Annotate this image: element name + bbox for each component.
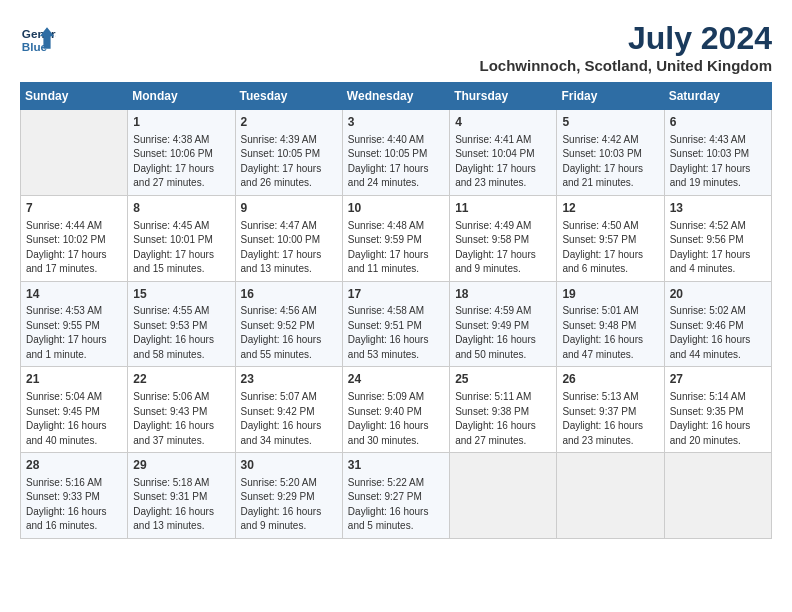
- calendar-cell: 8Sunrise: 4:45 AM Sunset: 10:01 PM Dayli…: [128, 195, 235, 281]
- week-row-4: 21Sunrise: 5:04 AM Sunset: 9:45 PM Dayli…: [21, 367, 772, 453]
- day-number: 29: [133, 457, 229, 474]
- calendar-table: SundayMondayTuesdayWednesdayThursdayFrid…: [20, 82, 772, 539]
- day-content: Sunrise: 4:45 AM Sunset: 10:01 PM Daylig…: [133, 219, 229, 277]
- calendar-cell: 7Sunrise: 4:44 AM Sunset: 10:02 PM Dayli…: [21, 195, 128, 281]
- calendar-cell: [450, 453, 557, 539]
- day-content: Sunrise: 5:13 AM Sunset: 9:37 PM Dayligh…: [562, 390, 658, 448]
- calendar-cell: 28Sunrise: 5:16 AM Sunset: 9:33 PM Dayli…: [21, 453, 128, 539]
- calendar-cell: 5Sunrise: 4:42 AM Sunset: 10:03 PM Dayli…: [557, 110, 664, 196]
- day-number: 24: [348, 371, 444, 388]
- day-content: Sunrise: 5:18 AM Sunset: 9:31 PM Dayligh…: [133, 476, 229, 534]
- day-content: Sunrise: 5:04 AM Sunset: 9:45 PM Dayligh…: [26, 390, 122, 448]
- day-number: 8: [133, 200, 229, 217]
- day-content: Sunrise: 4:42 AM Sunset: 10:03 PM Daylig…: [562, 133, 658, 191]
- col-header-friday: Friday: [557, 83, 664, 110]
- day-content: Sunrise: 4:49 AM Sunset: 9:58 PM Dayligh…: [455, 219, 551, 277]
- week-row-3: 14Sunrise: 4:53 AM Sunset: 9:55 PM Dayli…: [21, 281, 772, 367]
- day-number: 2: [241, 114, 337, 131]
- day-number: 27: [670, 371, 766, 388]
- calendar-cell: 14Sunrise: 4:53 AM Sunset: 9:55 PM Dayli…: [21, 281, 128, 367]
- calendar-cell: 31Sunrise: 5:22 AM Sunset: 9:27 PM Dayli…: [342, 453, 449, 539]
- day-content: Sunrise: 4:58 AM Sunset: 9:51 PM Dayligh…: [348, 304, 444, 362]
- day-content: Sunrise: 5:01 AM Sunset: 9:48 PM Dayligh…: [562, 304, 658, 362]
- calendar-cell: 30Sunrise: 5:20 AM Sunset: 9:29 PM Dayli…: [235, 453, 342, 539]
- day-content: Sunrise: 4:52 AM Sunset: 9:56 PM Dayligh…: [670, 219, 766, 277]
- day-content: Sunrise: 5:09 AM Sunset: 9:40 PM Dayligh…: [348, 390, 444, 448]
- title-block: July 2024 Lochwinnoch, Scotland, United …: [480, 20, 773, 74]
- calendar-cell: [664, 453, 771, 539]
- calendar-cell: 23Sunrise: 5:07 AM Sunset: 9:42 PM Dayli…: [235, 367, 342, 453]
- calendar-header-row: SundayMondayTuesdayWednesdayThursdayFrid…: [21, 83, 772, 110]
- day-number: 3: [348, 114, 444, 131]
- logo-icon: General Blue: [20, 20, 56, 56]
- day-content: Sunrise: 4:44 AM Sunset: 10:02 PM Daylig…: [26, 219, 122, 277]
- day-number: 17: [348, 286, 444, 303]
- day-number: 4: [455, 114, 551, 131]
- day-content: Sunrise: 5:14 AM Sunset: 9:35 PM Dayligh…: [670, 390, 766, 448]
- calendar-cell: 18Sunrise: 4:59 AM Sunset: 9:49 PM Dayli…: [450, 281, 557, 367]
- calendar-cell: 9Sunrise: 4:47 AM Sunset: 10:00 PM Dayli…: [235, 195, 342, 281]
- day-number: 15: [133, 286, 229, 303]
- day-content: Sunrise: 5:20 AM Sunset: 9:29 PM Dayligh…: [241, 476, 337, 534]
- calendar-cell: 2Sunrise: 4:39 AM Sunset: 10:05 PM Dayli…: [235, 110, 342, 196]
- day-content: Sunrise: 5:02 AM Sunset: 9:46 PM Dayligh…: [670, 304, 766, 362]
- calendar-cell: 13Sunrise: 4:52 AM Sunset: 9:56 PM Dayli…: [664, 195, 771, 281]
- calendar-cell: [557, 453, 664, 539]
- day-content: Sunrise: 4:41 AM Sunset: 10:04 PM Daylig…: [455, 133, 551, 191]
- day-content: Sunrise: 4:47 AM Sunset: 10:00 PM Daylig…: [241, 219, 337, 277]
- calendar-cell: 29Sunrise: 5:18 AM Sunset: 9:31 PM Dayli…: [128, 453, 235, 539]
- calendar-cell: 6Sunrise: 4:43 AM Sunset: 10:03 PM Dayli…: [664, 110, 771, 196]
- day-number: 23: [241, 371, 337, 388]
- calendar-cell: 25Sunrise: 5:11 AM Sunset: 9:38 PM Dayli…: [450, 367, 557, 453]
- col-header-wednesday: Wednesday: [342, 83, 449, 110]
- logo: General Blue: [20, 20, 60, 56]
- day-content: Sunrise: 5:06 AM Sunset: 9:43 PM Dayligh…: [133, 390, 229, 448]
- calendar-cell: 3Sunrise: 4:40 AM Sunset: 10:05 PM Dayli…: [342, 110, 449, 196]
- day-content: Sunrise: 5:22 AM Sunset: 9:27 PM Dayligh…: [348, 476, 444, 534]
- day-number: 26: [562, 371, 658, 388]
- day-number: 19: [562, 286, 658, 303]
- day-number: 22: [133, 371, 229, 388]
- calendar-cell: 4Sunrise: 4:41 AM Sunset: 10:04 PM Dayli…: [450, 110, 557, 196]
- calendar-cell: 22Sunrise: 5:06 AM Sunset: 9:43 PM Dayli…: [128, 367, 235, 453]
- day-number: 5: [562, 114, 658, 131]
- calendar-cell: 15Sunrise: 4:55 AM Sunset: 9:53 PM Dayli…: [128, 281, 235, 367]
- calendar-cell: 1Sunrise: 4:38 AM Sunset: 10:06 PM Dayli…: [128, 110, 235, 196]
- day-content: Sunrise: 4:48 AM Sunset: 9:59 PM Dayligh…: [348, 219, 444, 277]
- col-header-sunday: Sunday: [21, 83, 128, 110]
- calendar-cell: 27Sunrise: 5:14 AM Sunset: 9:35 PM Dayli…: [664, 367, 771, 453]
- calendar-cell: 24Sunrise: 5:09 AM Sunset: 9:40 PM Dayli…: [342, 367, 449, 453]
- col-header-tuesday: Tuesday: [235, 83, 342, 110]
- week-row-1: 1Sunrise: 4:38 AM Sunset: 10:06 PM Dayli…: [21, 110, 772, 196]
- day-content: Sunrise: 4:53 AM Sunset: 9:55 PM Dayligh…: [26, 304, 122, 362]
- day-number: 13: [670, 200, 766, 217]
- day-number: 10: [348, 200, 444, 217]
- location-title: Lochwinnoch, Scotland, United Kingdom: [480, 57, 773, 74]
- calendar-body: 1Sunrise: 4:38 AM Sunset: 10:06 PM Dayli…: [21, 110, 772, 539]
- day-number: 20: [670, 286, 766, 303]
- page-header: General Blue July 2024 Lochwinnoch, Scot…: [20, 20, 772, 74]
- day-content: Sunrise: 4:50 AM Sunset: 9:57 PM Dayligh…: [562, 219, 658, 277]
- day-content: Sunrise: 4:43 AM Sunset: 10:03 PM Daylig…: [670, 133, 766, 191]
- day-content: Sunrise: 5:11 AM Sunset: 9:38 PM Dayligh…: [455, 390, 551, 448]
- day-content: Sunrise: 5:16 AM Sunset: 9:33 PM Dayligh…: [26, 476, 122, 534]
- month-title: July 2024: [480, 20, 773, 57]
- day-number: 1: [133, 114, 229, 131]
- col-header-saturday: Saturday: [664, 83, 771, 110]
- day-number: 28: [26, 457, 122, 474]
- day-number: 31: [348, 457, 444, 474]
- day-number: 12: [562, 200, 658, 217]
- day-content: Sunrise: 5:07 AM Sunset: 9:42 PM Dayligh…: [241, 390, 337, 448]
- calendar-cell: 26Sunrise: 5:13 AM Sunset: 9:37 PM Dayli…: [557, 367, 664, 453]
- week-row-5: 28Sunrise: 5:16 AM Sunset: 9:33 PM Dayli…: [21, 453, 772, 539]
- day-number: 9: [241, 200, 337, 217]
- calendar-cell: 16Sunrise: 4:56 AM Sunset: 9:52 PM Dayli…: [235, 281, 342, 367]
- day-content: Sunrise: 4:55 AM Sunset: 9:53 PM Dayligh…: [133, 304, 229, 362]
- col-header-thursday: Thursday: [450, 83, 557, 110]
- col-header-monday: Monday: [128, 83, 235, 110]
- calendar-cell: 21Sunrise: 5:04 AM Sunset: 9:45 PM Dayli…: [21, 367, 128, 453]
- day-number: 11: [455, 200, 551, 217]
- day-content: Sunrise: 4:59 AM Sunset: 9:49 PM Dayligh…: [455, 304, 551, 362]
- calendar-cell: 17Sunrise: 4:58 AM Sunset: 9:51 PM Dayli…: [342, 281, 449, 367]
- calendar-cell: 20Sunrise: 5:02 AM Sunset: 9:46 PM Dayli…: [664, 281, 771, 367]
